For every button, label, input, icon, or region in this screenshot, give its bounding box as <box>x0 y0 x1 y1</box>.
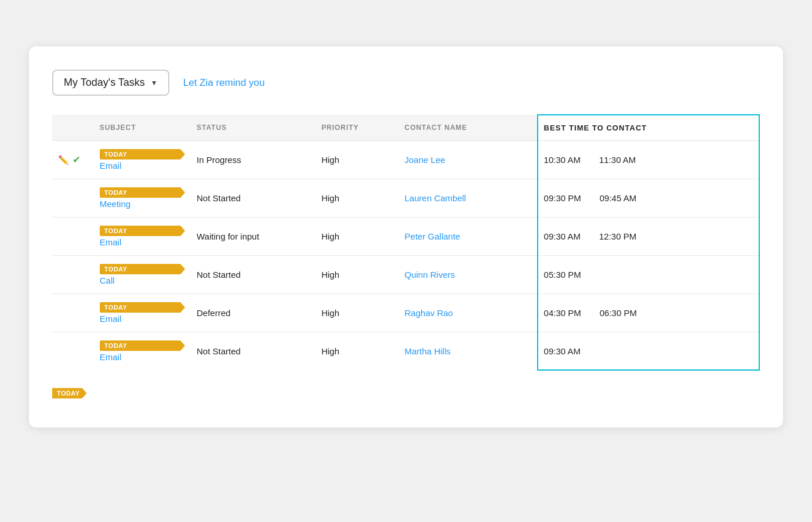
row-besttime-cell: 09:30 AM12:30 PM <box>538 217 759 256</box>
row-actions-cell <box>52 217 94 256</box>
row-status-cell: Not Started <box>191 179 316 217</box>
table-row: TODAY Email Not StartedHighMartha Hills0… <box>52 332 759 371</box>
action-icons: ✏️ ✔ <box>58 154 88 166</box>
row-priority-cell: High <box>316 294 398 332</box>
row-priority-cell: High <box>316 179 398 217</box>
besttime-end: 11:30 AM <box>599 155 636 165</box>
besttime-end: 12:30 PM <box>599 231 636 241</box>
table-row: TODAY Email DeferredHighRaghav Rao04:30 … <box>52 294 759 332</box>
chevron-down-icon: ▼ <box>151 79 158 87</box>
today-badge: TODAY <box>100 226 185 236</box>
today-badge: TODAY <box>100 340 185 351</box>
bottom-badge-area: TODAY <box>52 388 760 398</box>
col-header-status: STATUS <box>191 115 316 141</box>
edit-icon[interactable]: ✏️ <box>58 155 69 165</box>
row-besttime-cell: 05:30 PM <box>538 256 759 294</box>
col-header-actions <box>52 115 94 141</box>
complete-icon[interactable]: ✔ <box>72 154 81 166</box>
row-priority-cell: High <box>316 332 398 371</box>
row-status-cell: Not Started <box>191 256 316 294</box>
row-subject-cell: TODAY Email <box>94 294 191 332</box>
subject-link[interactable]: Email <box>100 314 185 324</box>
row-contact-cell: Joane Lee <box>399 141 538 179</box>
row-contact-cell: Raghav Rao <box>399 294 538 332</box>
row-subject-cell: TODAY Email <box>94 141 191 179</box>
row-contact-cell: Peter Gallante <box>399 217 538 256</box>
table-row: TODAY Meeting Not StartedHighLauren Camb… <box>52 179 759 217</box>
col-header-contact: CONTACT NAME <box>399 115 538 141</box>
row-actions-cell: ✏️ ✔ <box>52 141 94 179</box>
row-actions-cell <box>52 179 94 217</box>
row-besttime-cell: 10:30 AM11:30 AM <box>538 141 759 179</box>
header-row: My Today's Tasks ▼ Let Zia remind you <box>52 70 760 96</box>
besttime-values: 09:30 PM09:45 AM <box>544 193 753 203</box>
row-status-cell: In Progress <box>191 141 316 179</box>
besttime-start: 09:30 PM <box>544 193 581 203</box>
contact-link[interactable]: Peter Gallante <box>405 231 461 241</box>
besttime-values: 05:30 PM <box>544 270 753 280</box>
row-besttime-cell: 04:30 PM06:30 PM <box>538 294 759 332</box>
besttime-start: 09:30 AM <box>544 346 581 356</box>
today-badge: TODAY <box>100 302 185 313</box>
row-contact-cell: Martha Hills <box>399 332 538 371</box>
main-card: My Today's Tasks ▼ Let Zia remind you SU… <box>29 46 783 427</box>
row-besttime-cell: 09:30 PM09:45 AM <box>538 179 759 217</box>
contact-link[interactable]: Joane Lee <box>405 155 445 165</box>
row-priority-cell: High <box>316 217 398 256</box>
today-badge: TODAY <box>100 149 185 160</box>
col-header-besttime: BEST TIME TO CONTACT <box>538 115 759 141</box>
besttime-values: 09:30 AM <box>544 346 753 356</box>
contact-link[interactable]: Raghav Rao <box>405 308 453 318</box>
row-status-cell: Waiting for input <box>191 217 316 256</box>
today-badge: TODAY <box>100 187 185 198</box>
row-status-cell: Not Started <box>191 332 316 371</box>
row-actions-cell <box>52 256 94 294</box>
tasks-dropdown[interactable]: My Today's Tasks ▼ <box>52 70 169 96</box>
row-subject-cell: TODAY Meeting <box>94 179 191 217</box>
row-actions-cell <box>52 294 94 332</box>
contact-link[interactable]: Martha Hills <box>405 346 451 356</box>
zia-remind-link[interactable]: Let Zia remind you <box>183 77 265 89</box>
row-priority-cell: High <box>316 141 398 179</box>
besttime-start: 04:30 PM <box>544 308 581 318</box>
today-badge: TODAY <box>100 264 185 274</box>
besttime-end: 06:30 PM <box>600 308 637 318</box>
subject-link[interactable]: Meeting <box>100 199 185 209</box>
tasks-dropdown-label: My Today's Tasks <box>64 77 145 89</box>
subject-link[interactable]: Email <box>100 237 185 247</box>
col-header-subject: SUBJECT <box>94 115 191 141</box>
contact-link[interactable]: Quinn Rivers <box>405 270 455 280</box>
besttime-values: 09:30 AM12:30 PM <box>544 231 753 241</box>
besttime-start: 09:30 AM <box>544 231 581 241</box>
contact-link[interactable]: Lauren Cambell <box>405 193 466 203</box>
row-subject-cell: TODAY Email <box>94 332 191 371</box>
row-actions-cell <box>52 332 94 371</box>
row-subject-cell: TODAY Email <box>94 217 191 256</box>
table-row: TODAY Email Waiting for inputHighPeter G… <box>52 217 759 256</box>
row-subject-cell: TODAY Call <box>94 256 191 294</box>
subject-link[interactable]: Call <box>100 276 185 285</box>
bottom-today-badge: TODAY <box>52 388 87 398</box>
besttime-values: 04:30 PM06:30 PM <box>544 308 753 318</box>
besttime-end: 09:45 AM <box>600 193 636 203</box>
table-row: TODAY Call Not StartedHighQuinn Rivers05… <box>52 256 759 294</box>
row-contact-cell: Quinn Rivers <box>399 256 538 294</box>
tasks-table: SUBJECT STATUS PRIORITY CONTACT NAME BES… <box>52 114 760 371</box>
besttime-start: 10:30 AM <box>544 155 581 165</box>
table-row: ✏️ ✔ TODAY Email In ProgressHighJoane Le… <box>52 141 759 179</box>
subject-link[interactable]: Email <box>100 352 185 362</box>
subject-link[interactable]: Email <box>100 161 185 171</box>
row-status-cell: Deferred <box>191 294 316 332</box>
besttime-start: 05:30 PM <box>544 270 581 280</box>
row-contact-cell: Lauren Cambell <box>399 179 538 217</box>
col-header-priority: PRIORITY <box>316 115 398 141</box>
besttime-values: 10:30 AM11:30 AM <box>544 155 753 165</box>
row-priority-cell: High <box>316 256 398 294</box>
row-besttime-cell: 09:30 AM <box>538 332 759 371</box>
